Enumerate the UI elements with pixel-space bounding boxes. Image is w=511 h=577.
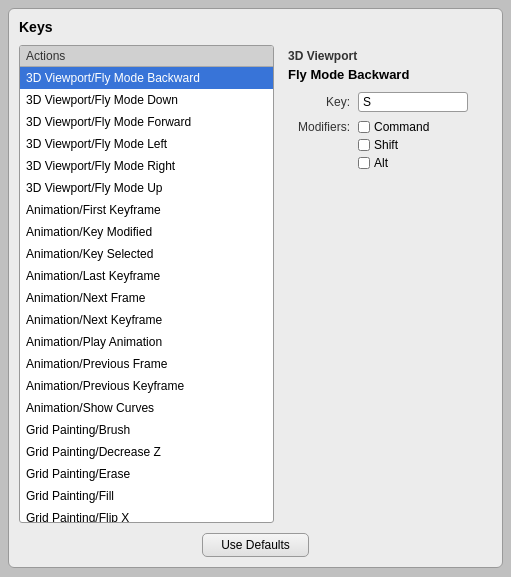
use-defaults-button[interactable]: Use Defaults [202, 533, 309, 557]
list-item[interactable]: Grid Painting/Fill [20, 485, 273, 507]
bottom-bar: Use Defaults [19, 523, 492, 557]
list-item[interactable]: Animation/First Keyframe [20, 199, 273, 221]
keys-window: Keys Actions 3D Viewport/Fly Mode Backwa… [8, 8, 503, 568]
modifier-row-alt: Alt [358, 156, 429, 170]
list-header: Actions [20, 46, 273, 67]
list-item[interactable]: Animation/Previous Keyframe [20, 375, 273, 397]
modifier-checkbox-command[interactable] [358, 121, 370, 133]
list-body[interactable]: 3D Viewport/Fly Mode Backward3D Viewport… [20, 67, 273, 522]
list-item[interactable]: 3D Viewport/Fly Mode Down [20, 89, 273, 111]
list-item[interactable]: Animation/Play Animation [20, 331, 273, 353]
modifier-label-command: Command [374, 120, 429, 134]
modifier-row-shift: Shift [358, 138, 429, 152]
list-item[interactable]: Grid Painting/Flip X [20, 507, 273, 522]
modifier-label-shift: Shift [374, 138, 398, 152]
window-title: Keys [19, 19, 492, 35]
list-item[interactable]: Animation/Next Keyframe [20, 309, 273, 331]
key-input[interactable] [358, 92, 468, 112]
modifier-checkbox-alt[interactable] [358, 157, 370, 169]
list-item[interactable]: 3D Viewport/Fly Mode Right [20, 155, 273, 177]
list-item[interactable]: Grid Painting/Erase [20, 463, 273, 485]
list-item[interactable]: Animation/Key Modified [20, 221, 273, 243]
list-item[interactable]: Animation/Previous Frame [20, 353, 273, 375]
modifiers-column: CommandShiftAlt [358, 120, 429, 170]
modifiers-field-row: Modifiers: CommandShiftAlt [288, 120, 488, 170]
modifier-row-command: Command [358, 120, 429, 134]
actions-list-panel: Actions 3D Viewport/Fly Mode Backward3D … [19, 45, 274, 523]
detail-action-title: Fly Mode Backward [288, 67, 488, 82]
modifier-checkbox-shift[interactable] [358, 139, 370, 151]
list-item[interactable]: Grid Painting/Brush [20, 419, 273, 441]
list-item[interactable]: 3D Viewport/Fly Mode Backward [20, 67, 273, 89]
list-item[interactable]: Animation/Key Selected [20, 243, 273, 265]
detail-section-title: 3D Viewport [288, 49, 488, 63]
list-item[interactable]: 3D Viewport/Fly Mode Up [20, 177, 273, 199]
modifier-label-alt: Alt [374, 156, 388, 170]
list-item[interactable]: 3D Viewport/Fly Mode Forward [20, 111, 273, 133]
modifiers-label: Modifiers: [288, 120, 358, 134]
list-item[interactable]: 3D Viewport/Fly Mode Left [20, 133, 273, 155]
key-field-row: Key: [288, 92, 488, 112]
content-area: Actions 3D Viewport/Fly Mode Backward3D … [19, 45, 492, 523]
list-item[interactable]: Animation/Last Keyframe [20, 265, 273, 287]
list-item[interactable]: Animation/Next Frame [20, 287, 273, 309]
list-item[interactable]: Animation/Show Curves [20, 397, 273, 419]
list-item[interactable]: Grid Painting/Decrease Z [20, 441, 273, 463]
detail-panel: 3D Viewport Fly Mode Backward Key: Modif… [284, 45, 492, 523]
key-label: Key: [288, 95, 358, 109]
